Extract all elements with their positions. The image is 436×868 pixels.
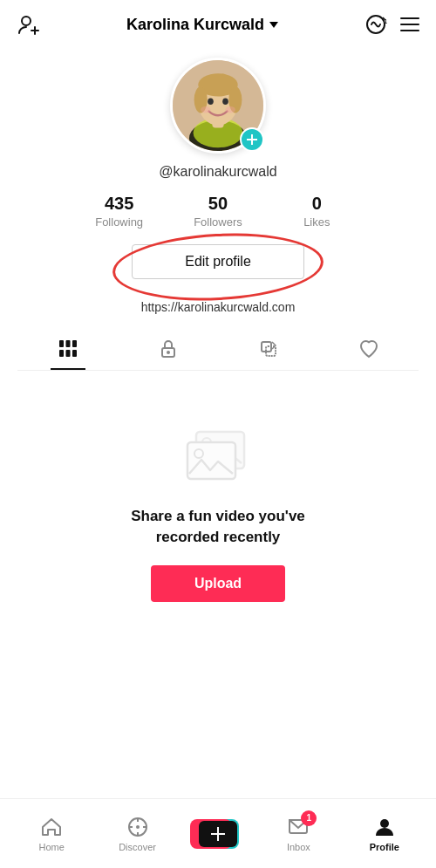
svg-rect-23 (72, 340, 77, 347)
edit-profile-wrapper: Edit profile (132, 244, 304, 290)
edit-profile-button[interactable]: Edit profile (132, 244, 304, 279)
profile-name[interactable]: Karolina Kurcwald (126, 16, 278, 34)
nav-profile-label: Profile (370, 842, 399, 852)
tab-videos[interactable] (17, 328, 118, 370)
following-label: Following (95, 215, 143, 229)
bottom-nav: Home Discover 1 Inbox (0, 798, 436, 868)
svg-point-20 (226, 106, 235, 113)
empty-image-icon (179, 423, 257, 489)
nav-add[interactable] (197, 819, 239, 849)
nav-home-label: Home (39, 842, 65, 852)
likes-stat[interactable]: 0 Likes (282, 194, 351, 229)
activity-icon[interactable]: 1 (364, 13, 387, 36)
svg-point-36 (136, 825, 140, 829)
website-link[interactable]: https://karolinakurcwald.com (141, 300, 296, 314)
svg-rect-22 (65, 340, 70, 347)
svg-text:1: 1 (384, 17, 387, 25)
svg-point-0 (22, 17, 31, 25)
add-photo-button[interactable] (240, 127, 264, 152)
svg-point-19 (201, 106, 210, 113)
following-count: 435 (105, 194, 133, 214)
username-header: Karolina Kurcwald (126, 16, 264, 34)
empty-state-title: Share a fun video you'verecorded recentl… (131, 506, 305, 548)
tab-private[interactable] (118, 328, 218, 370)
followers-stat[interactable]: 50 Followers (183, 194, 253, 229)
svg-rect-33 (187, 442, 235, 479)
svg-rect-21 (59, 340, 64, 347)
nav-profile[interactable]: Profile (358, 816, 411, 852)
following-stat[interactable]: 435 Following (85, 194, 154, 229)
svg-point-28 (167, 351, 170, 354)
nav-discover[interactable]: Discover (112, 816, 164, 852)
nav-inbox-label: Inbox (287, 842, 310, 852)
followers-count: 50 (208, 194, 228, 214)
inbox-badge: 1 (301, 810, 317, 826)
chevron-down-icon (269, 22, 278, 28)
stats-row: 435 Following 50 Followers 0 Likes (70, 194, 366, 229)
tab-liked[interactable] (318, 328, 419, 370)
svg-point-41 (380, 819, 389, 828)
profile-username: @karolinakurcwald (159, 164, 276, 180)
svg-point-17 (208, 98, 214, 105)
svg-rect-25 (65, 350, 70, 357)
avatar-wrapper (170, 58, 266, 154)
add-friend-icon[interactable] (16, 12, 40, 37)
upload-button[interactable]: Upload (151, 565, 285, 602)
inbox-wrapper: 1 (287, 816, 310, 838)
profile-section: @karolinakurcwald 435 Following 50 Follo… (0, 49, 436, 371)
tab-reposted[interactable] (218, 328, 318, 370)
likes-label: Likes (303, 215, 330, 229)
likes-count: 0 (312, 194, 322, 214)
nav-home[interactable]: Home (25, 816, 78, 852)
top-nav-left (16, 12, 40, 37)
svg-rect-26 (72, 350, 77, 357)
svg-point-18 (222, 98, 228, 105)
top-nav: Karolina Kurcwald 1 (0, 0, 436, 49)
empty-title-text: Share a fun video you'verecorded recentl… (131, 508, 305, 545)
top-nav-right: 1 (364, 13, 420, 36)
followers-label: Followers (194, 215, 242, 229)
svg-rect-24 (59, 350, 64, 357)
tabs-row (17, 328, 419, 371)
nav-discover-label: Discover (119, 842, 156, 852)
hamburger-menu-icon[interactable] (399, 14, 420, 35)
add-video-button[interactable] (197, 819, 239, 849)
add-icon (199, 821, 237, 847)
nav-inbox[interactable]: 1 Inbox (272, 816, 324, 852)
empty-state: Share a fun video you'verecorded recentl… (0, 371, 436, 628)
